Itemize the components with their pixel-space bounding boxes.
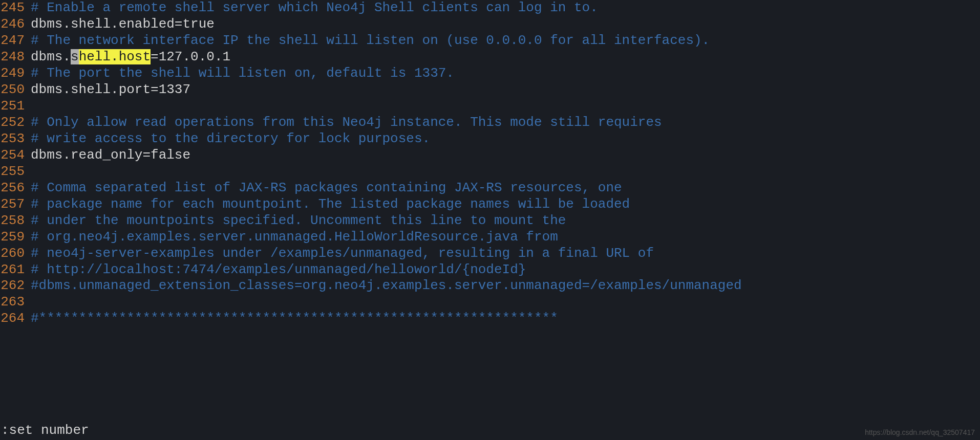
code-token: # neo4j-server-examples under /examples/…: [31, 246, 654, 261]
line-content[interactable]: # Only allow read operations from this N…: [31, 115, 980, 131]
code-token: dbms.shell.enabled=true: [31, 16, 215, 32]
code-token: # Only allow read operations from this N…: [31, 115, 662, 130]
line-content[interactable]: # The network interface IP the shell wil…: [31, 33, 980, 49]
line-content[interactable]: #***************************************…: [31, 311, 980, 327]
code-token: # The network interface IP the shell wil…: [31, 33, 710, 48]
code-line[interactable]: 262#dbms.unmanaged_extension_classes=org…: [0, 278, 980, 294]
line-number: 248: [0, 49, 31, 65]
code-line[interactable]: 260# neo4j-server-examples under /exampl…: [0, 246, 980, 262]
code-line[interactable]: 255: [0, 164, 980, 180]
code-line[interactable]: 264#************************************…: [0, 311, 980, 327]
code-token: # org.neo4j.examples.server.unmanaged.He…: [31, 229, 558, 245]
vim-editor[interactable]: 245# Enable a remote shell server which …: [0, 0, 980, 440]
line-content[interactable]: dbms.shell.port=1337: [31, 82, 980, 98]
line-content[interactable]: # http://localhost:7474/examples/unmanag…: [31, 262, 980, 278]
code-area[interactable]: 245# Enable a remote shell server which …: [0, 0, 980, 423]
code-token: #dbms.unmanaged_extension_classes=org.ne…: [31, 278, 742, 293]
code-line[interactable]: 251: [0, 98, 980, 115]
line-number: 264: [0, 311, 31, 327]
line-number: 245: [0, 0, 31, 16]
line-content[interactable]: [31, 294, 980, 311]
line-content[interactable]: dbms.shell.enabled=true: [31, 16, 980, 33]
code-line[interactable]: 245# Enable a remote shell server which …: [0, 0, 980, 16]
line-content[interactable]: dbms.shell.host=127.0.0.1: [31, 49, 980, 65]
code-line[interactable]: 250dbms.shell.port=1337: [0, 82, 980, 98]
code-token: # write access to the directory for lock…: [31, 131, 430, 146]
line-content[interactable]: # under the mountpoints specified. Uncom…: [31, 213, 980, 229]
code-line[interactable]: 261# http://localhost:7474/examples/unma…: [0, 262, 980, 278]
line-number: 262: [0, 278, 31, 294]
code-token: # http://localhost:7474/examples/unmanag…: [31, 262, 526, 277]
line-content[interactable]: # org.neo4j.examples.server.unmanaged.He…: [31, 229, 980, 246]
line-number: 249: [0, 65, 31, 82]
line-content[interactable]: # Comma separated list of JAX-RS package…: [31, 180, 980, 196]
code-token: dbms.read_only=false: [31, 147, 190, 163]
code-line[interactable]: 248dbms.shell.host=127.0.0.1: [0, 49, 980, 65]
line-number: 253: [0, 131, 31, 147]
line-content[interactable]: # Enable a remote shell server which Neo…: [31, 0, 980, 16]
code-line[interactable]: 247# The network interface IP the shell …: [0, 33, 980, 49]
line-content[interactable]: [31, 98, 980, 115]
code-token: # package name for each mountpoint. The …: [31, 196, 630, 212]
vim-command-line[interactable]: :set number: [0, 423, 980, 440]
code-line[interactable]: 263: [0, 294, 980, 311]
code-token: #***************************************…: [31, 311, 558, 326]
code-token: hell.host: [79, 49, 151, 64]
code-line[interactable]: 256# Comma separated list of JAX-RS pack…: [0, 180, 980, 196]
line-number: 246: [0, 16, 31, 33]
line-number: 261: [0, 262, 31, 278]
code-token: =127.0.0.1: [151, 49, 230, 64]
line-number: 259: [0, 229, 31, 246]
line-number: 251: [0, 98, 31, 115]
line-content[interactable]: # package name for each mountpoint. The …: [31, 196, 980, 213]
code-token: dbms.: [31, 49, 71, 64]
line-number: 257: [0, 196, 31, 213]
code-line[interactable]: 258# under the mountpoints specified. Un…: [0, 213, 980, 229]
code-token: dbms.shell.port=1337: [31, 82, 190, 97]
line-number: 250: [0, 82, 31, 98]
code-token: # Enable a remote shell server which Neo…: [31, 0, 598, 15]
line-number: 252: [0, 115, 31, 131]
code-line[interactable]: 257# package name for each mountpoint. T…: [0, 196, 980, 213]
code-line[interactable]: 252# Only allow read operations from thi…: [0, 115, 980, 131]
code-token: # Comma separated list of JAX-RS package…: [31, 180, 622, 195]
code-line[interactable]: 246dbms.shell.enabled=true: [0, 16, 980, 33]
code-line[interactable]: 254dbms.read_only=false: [0, 147, 980, 164]
line-number: 258: [0, 213, 31, 229]
line-content[interactable]: dbms.read_only=false: [31, 147, 980, 164]
line-number: 247: [0, 33, 31, 49]
line-number: 254: [0, 147, 31, 164]
line-content[interactable]: # The port the shell will listen on, def…: [31, 65, 980, 82]
line-number: 255: [0, 164, 31, 180]
code-line[interactable]: 253# write access to the directory for l…: [0, 131, 980, 147]
code-token: s: [71, 49, 79, 64]
line-number: 256: [0, 180, 31, 196]
line-number: 260: [0, 246, 31, 262]
line-number: 263: [0, 294, 31, 311]
code-line[interactable]: 249# The port the shell will listen on, …: [0, 65, 980, 82]
code-token: # The port the shell will listen on, def…: [31, 65, 454, 81]
watermark: https://blog.csdn.net/qq_32507417: [865, 428, 975, 437]
line-content[interactable]: #dbms.unmanaged_extension_classes=org.ne…: [31, 278, 980, 294]
line-content[interactable]: # write access to the directory for lock…: [31, 131, 980, 147]
line-content[interactable]: [31, 164, 980, 180]
line-content[interactable]: # neo4j-server-examples under /examples/…: [31, 246, 980, 262]
code-line[interactable]: 259# org.neo4j.examples.server.unmanaged…: [0, 229, 980, 246]
code-token: # under the mountpoints specified. Uncom…: [31, 213, 566, 228]
